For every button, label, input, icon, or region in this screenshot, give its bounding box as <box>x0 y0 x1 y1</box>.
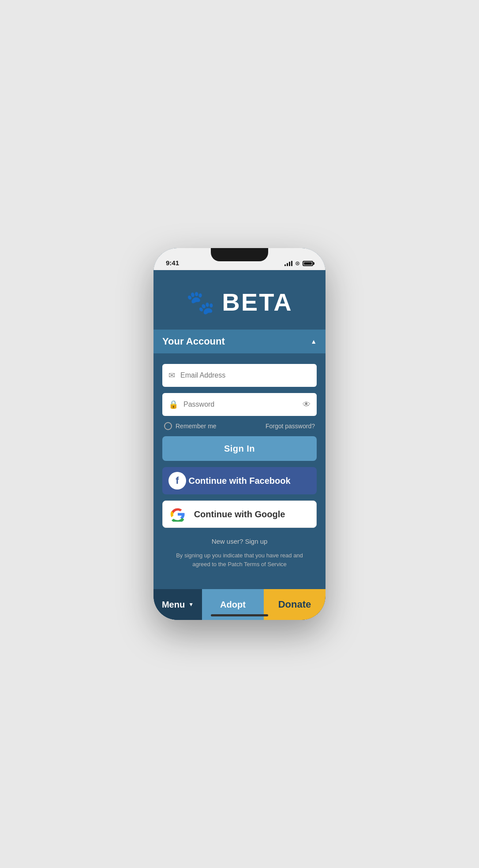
phone-screen: 9:41 ⊛ 🐾 BETA <box>153 248 326 620</box>
remember-me-label: Remember me <box>176 423 217 430</box>
new-user-label[interactable]: New user? Sign up <box>212 538 268 545</box>
remember-me-row[interactable]: Remember me <box>164 422 217 430</box>
status-bar: 9:41 ⊛ <box>153 248 326 270</box>
paw-icon: 🐾 <box>186 291 215 314</box>
menu-dropdown-icon: ▼ <box>188 601 194 608</box>
battery-icon <box>303 261 313 266</box>
menu-button[interactable]: Menu ▼ <box>153 589 202 620</box>
form-area: ✉ 🔒 👁 Remember me Forgot password? <box>153 353 326 577</box>
email-input-wrapper: ✉ <box>162 364 317 387</box>
home-indicator <box>211 614 268 616</box>
remember-me-radio[interactable] <box>164 422 172 430</box>
show-password-icon[interactable]: 👁 <box>303 400 311 409</box>
donate-button[interactable]: Donate <box>264 589 326 620</box>
menu-label: Menu <box>162 600 185 610</box>
password-input[interactable] <box>183 401 297 408</box>
lock-icon: 🔒 <box>168 400 178 409</box>
wifi-icon: ⊛ <box>295 260 300 267</box>
sign-in-button[interactable]: Sign In <box>162 436 317 461</box>
password-input-wrapper: 🔒 👁 <box>162 393 317 416</box>
app-content: 🐾 BETA Your Account ▲ ✉ 🔒 <box>153 270 326 589</box>
facebook-icon: f <box>168 472 186 490</box>
logo-section: 🐾 BETA <box>153 270 326 330</box>
google-icon <box>169 505 187 523</box>
status-time: 9:41 <box>166 259 179 267</box>
logo-row: 🐾 BETA <box>186 288 292 316</box>
status-icons: ⊛ <box>284 260 313 267</box>
terms-text: By signing up you indicate that you have… <box>162 551 317 568</box>
signup-text: New user? Sign up <box>162 538 317 545</box>
app-title: BETA <box>222 288 292 316</box>
notch <box>211 248 268 261</box>
forgot-password-link[interactable]: Forgot password? <box>266 423 315 430</box>
collapse-icon: ▲ <box>311 338 317 345</box>
facebook-login-button[interactable]: f Continue with Facebook <box>162 467 317 494</box>
phone-frame: 9:41 ⊛ 🐾 BETA <box>153 248 326 620</box>
account-section[interactable]: Your Account ▲ <box>153 330 326 353</box>
account-title: Your Account <box>162 336 225 347</box>
email-icon: ✉ <box>168 371 175 380</box>
google-login-button[interactable]: Continue with Google <box>162 501 317 528</box>
remember-forgot-row: Remember me Forgot password? <box>162 422 317 430</box>
signal-bars-icon <box>284 261 292 266</box>
email-input[interactable] <box>180 371 311 379</box>
